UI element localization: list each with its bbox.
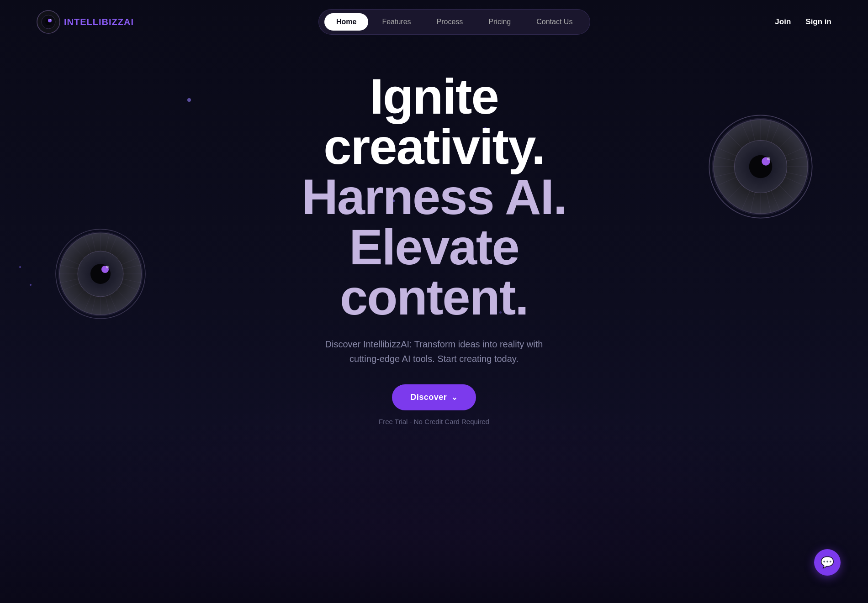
- svg-point-46: [50, 19, 52, 21]
- navbar: INTELLIBIZZAI Home Features Process Pric…: [0, 0, 868, 44]
- nav-process[interactable]: Process: [425, 13, 475, 31]
- join-button[interactable]: Join: [775, 17, 791, 26]
- logo-icon: [37, 10, 60, 34]
- chat-icon: 💬: [820, 556, 834, 569]
- signin-button[interactable]: Sign in: [805, 17, 831, 26]
- hero-title: Ignite creativity. Harness AI. Elevate c…: [302, 71, 566, 322]
- chat-bubble-button[interactable]: 💬: [814, 549, 841, 576]
- hero-section: Ignite creativity. Harness AI. Elevate c…: [0, 44, 868, 462]
- nav-contact[interactable]: Contact Us: [524, 13, 584, 31]
- nav-features[interactable]: Features: [370, 13, 423, 31]
- logo-text: INTELLIBIZZAI: [64, 17, 134, 27]
- hero-subtitle: Discover IntellibizzAI: Transform ideas …: [315, 337, 553, 366]
- discover-button[interactable]: Discover ⌄: [392, 384, 476, 410]
- nav-home[interactable]: Home: [324, 13, 368, 31]
- nav-pricing[interactable]: Pricing: [476, 13, 523, 31]
- nav-actions: Join Sign in: [775, 17, 831, 26]
- logo[interactable]: INTELLIBIZZAI: [37, 10, 134, 34]
- free-trial-text: Free Trial - No Credit Card Required: [379, 418, 489, 425]
- nav-links: Home Features Process Pricing Contact Us: [318, 9, 590, 35]
- chevron-down-icon: ⌄: [451, 393, 458, 402]
